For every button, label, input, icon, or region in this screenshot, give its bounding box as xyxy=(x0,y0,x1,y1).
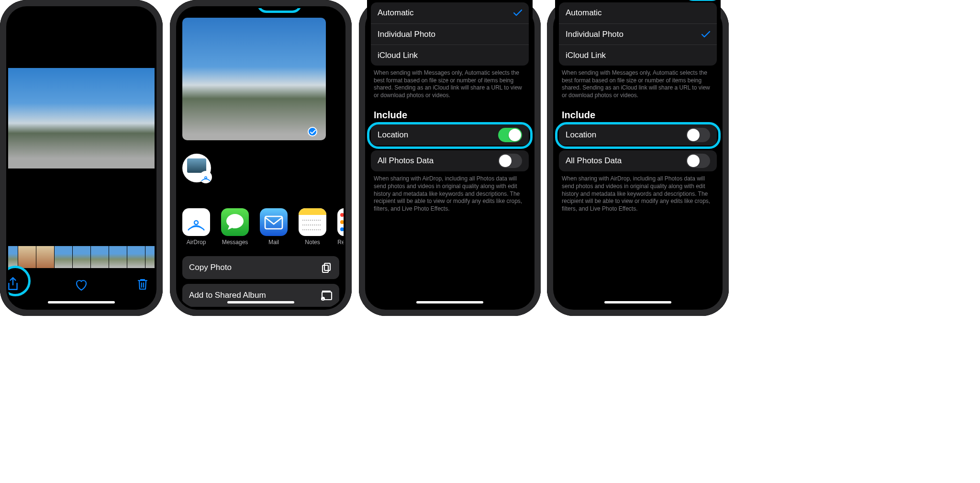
row-label: Automatic xyxy=(566,8,602,18)
home-indicator[interactable] xyxy=(227,301,294,303)
app-label: Messages xyxy=(221,239,249,246)
section-footer: When sharing with AirDrop, including all… xyxy=(562,175,714,213)
include-all-photos-data[interactable]: All Photos Data xyxy=(371,150,529,171)
share-app-mail[interactable]: Mail xyxy=(260,208,288,246)
row-label: iCloud Link xyxy=(566,51,606,60)
shared-album-icon xyxy=(320,290,333,301)
send-as-automatic[interactable]: Automatic xyxy=(559,2,717,23)
row-label: Individual Photo xyxy=(378,30,435,39)
send-as-icloud-link[interactable]: iCloud Link xyxy=(371,45,529,66)
airdrop-icon xyxy=(200,171,212,183)
home-indicator[interactable] xyxy=(416,301,483,303)
all-photos-data-toggle[interactable] xyxy=(686,154,710,168)
row-label: All Photos Data xyxy=(378,156,434,166)
home-indicator[interactable] xyxy=(48,301,115,303)
row-label: All Photos Data xyxy=(566,156,622,166)
copy-icon xyxy=(321,262,333,273)
airdrop-target[interactable] xyxy=(182,154,211,182)
thumbnail-strip[interactable] xyxy=(8,246,155,268)
location-toggle[interactable] xyxy=(498,128,522,142)
section-footer: When sending with Messages only, Automat… xyxy=(374,69,526,99)
send-as-list: Automatic Individual Photo iCloud Link xyxy=(371,2,529,66)
highlight-done-pill xyxy=(684,0,721,1)
include-all-photos-data[interactable]: All Photos Data xyxy=(559,150,717,171)
send-as-individual-photo[interactable]: Individual Photo xyxy=(559,23,717,45)
checkmark-icon xyxy=(702,31,710,38)
row-label: Automatic xyxy=(378,8,414,18)
app-label: AirDrop xyxy=(182,239,210,246)
share-app-notes[interactable]: Notes xyxy=(299,208,326,246)
phone-options-location-off: Send As Automatic Individual Photo iClou… xyxy=(547,0,729,316)
send-as-list: Automatic Individual Photo iCloud Link xyxy=(559,2,717,66)
send-as-individual-photo[interactable]: Individual Photo xyxy=(371,23,529,45)
share-app-reminders[interactable]: Re xyxy=(337,208,344,246)
section-header-include: Include xyxy=(374,110,526,121)
share-apps-row: AirDrop Messages Mail Notes Re xyxy=(182,208,344,246)
send-as-automatic[interactable]: Automatic xyxy=(371,2,529,23)
photo-preview[interactable] xyxy=(182,18,326,140)
favorite-icon[interactable] xyxy=(75,279,88,292)
section-footer: When sharing with AirDrop, including all… xyxy=(374,175,526,213)
action-label: Add to Shared Album xyxy=(189,291,266,300)
app-label: Notes xyxy=(299,239,326,246)
selected-check-icon xyxy=(308,127,317,136)
send-as-icloud-link[interactable]: iCloud Link xyxy=(559,45,717,66)
app-label: Mail xyxy=(260,239,288,246)
action-copy-photo[interactable]: Copy Photo xyxy=(182,256,339,279)
row-label: Individual Photo xyxy=(566,30,624,39)
row-label: iCloud Link xyxy=(378,51,418,60)
svg-rect-4 xyxy=(323,265,328,272)
action-label: Copy Photo xyxy=(189,263,232,272)
share-app-messages[interactable]: Messages xyxy=(221,208,249,246)
phone-share-sheet: AirDrop Messages Mail Notes Re xyxy=(170,0,352,316)
include-list-2: All Photos Data xyxy=(559,150,717,171)
all-photos-data-toggle[interactable] xyxy=(498,154,522,168)
checkmark-icon xyxy=(513,10,522,16)
section-footer: When sending with Messages only, Automat… xyxy=(562,69,714,99)
location-toggle[interactable] xyxy=(686,128,710,142)
svg-rect-2 xyxy=(265,216,282,229)
include-list-2: All Photos Data xyxy=(371,150,529,171)
phone-photo-view xyxy=(0,0,163,316)
share-actions-list: Copy Photo Add to Shared Album xyxy=(182,256,339,308)
phone-options-location-on: Send As Automatic Individual Photo iClou… xyxy=(359,0,541,316)
highlight-options-pill xyxy=(257,8,302,13)
share-app-airdrop[interactable]: AirDrop xyxy=(182,208,210,246)
app-label: Re xyxy=(337,239,344,246)
photo-fullscreen[interactable] xyxy=(8,68,155,168)
home-indicator[interactable] xyxy=(604,301,671,303)
trash-icon[interactable] xyxy=(137,278,148,291)
section-header-include: Include xyxy=(562,110,714,121)
svg-rect-3 xyxy=(324,263,330,270)
svg-point-0 xyxy=(205,177,207,179)
svg-point-1 xyxy=(194,221,198,225)
